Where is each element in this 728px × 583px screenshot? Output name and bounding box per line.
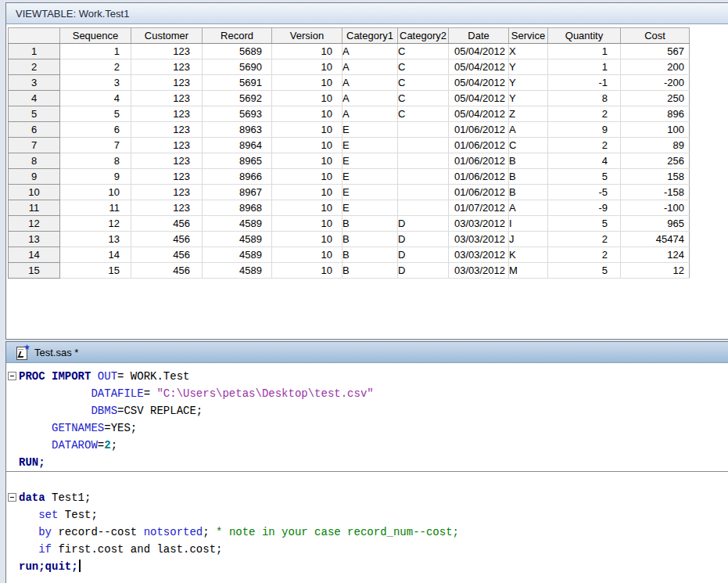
data-cell[interactable]: B xyxy=(342,247,398,263)
viewtable-titlebar[interactable]: VIEWTABLE: Work.Test1 xyxy=(6,3,728,24)
data-cell[interactable]: 123 xyxy=(131,91,203,106)
row-number-cell[interactable]: 10 xyxy=(9,185,60,200)
data-cell[interactable]: B xyxy=(342,232,398,247)
data-cell[interactable]: B xyxy=(509,169,548,185)
data-cell[interactable] xyxy=(398,185,449,200)
code-line[interactable]: GETNAMES=YES; xyxy=(6,419,728,437)
data-cell[interactable]: 03/03/2012 xyxy=(449,232,509,247)
data-cell[interactable]: -200 xyxy=(621,75,690,91)
data-cell[interactable]: 200 xyxy=(621,59,690,75)
row-number-cell[interactable]: 5 xyxy=(9,106,60,122)
data-cell[interactable]: 123 xyxy=(131,106,203,122)
data-cell[interactable]: 250 xyxy=(621,91,690,106)
data-cell[interactable]: 10 xyxy=(272,185,342,200)
data-cell[interactable]: 7 xyxy=(60,138,131,153)
code-line[interactable]: PROC IMPORT OUT= WORK.Test xyxy=(6,368,728,385)
data-cell[interactable]: E xyxy=(342,200,398,216)
data-cell[interactable]: 2 xyxy=(548,138,621,153)
data-cell[interactable]: 965 xyxy=(621,216,690,232)
data-cell[interactable]: 8965 xyxy=(203,153,272,169)
data-cell[interactable] xyxy=(398,138,449,153)
data-cell[interactable]: 10 xyxy=(272,75,342,91)
data-cell[interactable]: 05/04/2012 xyxy=(449,91,509,106)
code-line[interactable]: by record--cost notsorted; * note in you… xyxy=(6,524,728,541)
data-cell[interactable]: 11 xyxy=(60,200,131,216)
data-cell[interactable]: 10 xyxy=(272,247,342,263)
row-number-cell[interactable]: 13 xyxy=(9,232,60,247)
data-cell[interactable]: E xyxy=(342,153,398,169)
data-cell[interactable]: 10 xyxy=(272,44,342,59)
column-header[interactable]: Quantity xyxy=(548,28,621,44)
data-cell[interactable]: 5 xyxy=(548,263,621,279)
row-number-cell[interactable]: 14 xyxy=(9,247,60,263)
data-cell[interactable]: 123 xyxy=(131,122,203,138)
data-cell[interactable]: 2 xyxy=(548,106,621,122)
code-line[interactable]: DBMS=CSV REPLACE; xyxy=(6,402,728,419)
data-cell[interactable]: 4589 xyxy=(203,247,272,263)
data-cell[interactable]: 567 xyxy=(621,44,690,59)
data-cell[interactable]: 10 xyxy=(272,106,342,122)
data-cell[interactable]: 12 xyxy=(621,263,690,279)
data-cell[interactable]: 15 xyxy=(60,263,131,279)
data-cell[interactable]: 100 xyxy=(621,122,690,138)
data-cell[interactable]: 6 xyxy=(60,122,131,138)
data-cell[interactable]: K xyxy=(509,247,548,263)
row-number-cell[interactable]: 8 xyxy=(9,153,60,169)
data-cell[interactable]: A xyxy=(342,106,398,122)
data-cell[interactable]: 123 xyxy=(131,75,203,91)
data-cell[interactable]: C xyxy=(398,75,449,91)
row-number-cell[interactable]: 15 xyxy=(9,263,60,279)
data-cell[interactable]: 9 xyxy=(548,122,621,138)
data-cell[interactable]: 10 xyxy=(272,138,342,153)
data-cell[interactable]: 05/04/2012 xyxy=(449,59,509,75)
data-cell[interactable]: 5690 xyxy=(203,59,272,75)
data-cell[interactable]: B xyxy=(342,216,398,232)
data-cell[interactable]: 10 xyxy=(272,216,342,232)
data-cell[interactable]: 123 xyxy=(131,44,203,59)
data-cell[interactable]: 1 xyxy=(60,44,131,59)
data-cell[interactable]: 5689 xyxy=(203,44,272,59)
code-line[interactable]: if first.cost and last.cost; xyxy=(6,541,728,558)
data-cell[interactable]: A xyxy=(509,122,548,138)
data-cell[interactable]: 10 xyxy=(272,263,342,279)
data-cell[interactable]: -1 xyxy=(548,75,621,91)
code-fold-icon[interactable] xyxy=(8,493,16,502)
data-cell[interactable]: C xyxy=(398,44,449,59)
data-cell[interactable]: Y xyxy=(509,75,548,91)
data-cell[interactable]: 3 xyxy=(60,75,131,91)
code-area[interactable]: PROC IMPORT OUT= WORK.Test DATAFILE= "C:… xyxy=(6,363,728,575)
data-cell[interactable]: 89 xyxy=(621,138,690,153)
data-cell[interactable]: 03/03/2012 xyxy=(449,247,509,263)
data-cell[interactable] xyxy=(398,153,449,169)
data-cell[interactable]: 456 xyxy=(131,232,203,247)
code-fold-icon[interactable] xyxy=(8,372,16,380)
data-cell[interactable]: 01/07/2012 xyxy=(449,200,509,216)
data-cell[interactable]: D xyxy=(398,263,449,279)
data-cell[interactable]: D xyxy=(398,216,449,232)
data-cell[interactable]: 05/04/2012 xyxy=(449,44,509,59)
data-cell[interactable]: 2 xyxy=(548,232,621,247)
data-cell[interactable]: 03/03/2012 xyxy=(449,216,509,232)
data-cell[interactable]: 01/06/2012 xyxy=(449,153,509,169)
data-cell[interactable]: 4 xyxy=(548,153,621,169)
data-cell[interactable]: 01/06/2012 xyxy=(449,122,509,138)
row-number-cell[interactable]: 11 xyxy=(9,200,60,216)
data-cell[interactable]: 1 xyxy=(548,44,621,59)
data-cell[interactable]: 01/06/2012 xyxy=(449,185,509,200)
data-cell[interactable]: 123 xyxy=(131,169,203,185)
data-cell[interactable]: C xyxy=(398,91,449,106)
code-line[interactable]: DATAFILE= "C:\Users\petas\Desktop\test.c… xyxy=(6,385,728,402)
data-cell[interactable]: 8 xyxy=(60,153,131,169)
row-number-cell[interactable]: 7 xyxy=(9,138,60,153)
data-cell[interactable]: B xyxy=(509,185,548,200)
code-line[interactable]: data Test1; xyxy=(6,489,728,506)
data-cell[interactable]: 4 xyxy=(60,91,131,106)
row-number-cell[interactable]: 12 xyxy=(9,216,60,232)
data-cell[interactable]: 456 xyxy=(131,216,203,232)
data-cell[interactable]: 2 xyxy=(548,247,621,263)
data-cell[interactable]: 10 xyxy=(272,122,342,138)
row-number-cell[interactable]: 9 xyxy=(9,169,60,185)
code-line[interactable]: set Test; xyxy=(6,506,728,524)
code-line[interactable]: RUN; xyxy=(6,454,728,471)
data-cell[interactable]: 03/03/2012 xyxy=(449,263,509,279)
